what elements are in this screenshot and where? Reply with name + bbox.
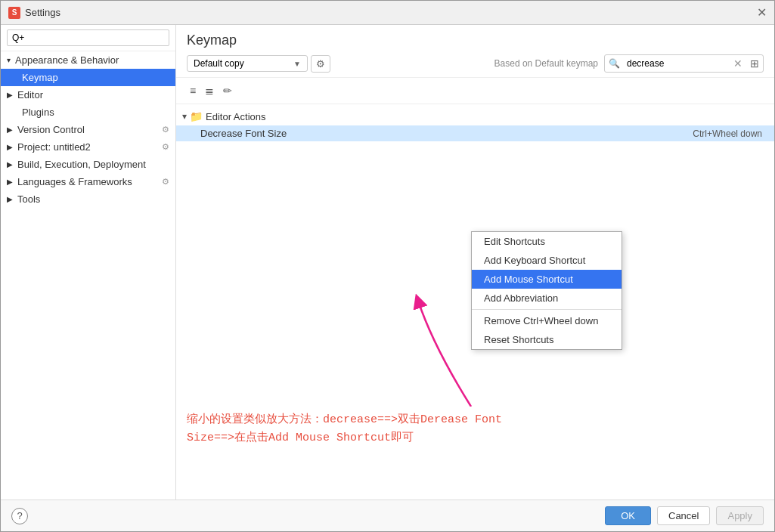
row-shortcut: Ctrl+Wheel down [693, 128, 762, 139]
main-header: Keymap Default copy ▼ ⚙ Based on Default… [176, 25, 774, 78]
main-panel: Keymap Default copy ▼ ⚙ Based on Default… [176, 25, 774, 500]
content-area: ▾ Appearance & Behavior Keymap ▶ Editor … [1, 25, 774, 500]
title-bar: S Settings ✕ [1, 1, 774, 25]
sidebar-item-version-control[interactable]: ▶ Version Control ⚙ [1, 121, 175, 138]
settings-window: S Settings ✕ ▾ Appearance & Behavior Key… [0, 0, 775, 532]
context-reset-shortcuts[interactable]: Reset Shortcuts [472, 330, 622, 349]
toolbar-row: Default copy ▼ ⚙ Based on Default keymap… [187, 54, 764, 73]
cancel-button[interactable]: Cancel [657, 506, 710, 525]
search-icon: 🔍 [605, 56, 624, 71]
arrow-icon: ▶ [7, 178, 13, 186]
page-title: Keymap [187, 32, 764, 48]
close-button[interactable]: ✕ [757, 5, 767, 20]
gear-button[interactable]: ⚙ [311, 55, 330, 73]
keymap-tree: ▾ 📁 Editor Actions Decrease Font Size Ct… [176, 104, 774, 500]
lang-icon: ⚙ [162, 177, 169, 187]
sidebar-item-label: Project: untitled2 [17, 141, 91, 153]
window-title: Settings [25, 7, 60, 18]
clear-search-icon[interactable]: ✕ [730, 55, 746, 72]
toolbar-left: Default copy ▼ ⚙ [187, 55, 330, 73]
bottom-bar: ? OK Cancel Apply [1, 500, 774, 531]
sidebar-item-editor[interactable]: ▶ Editor [1, 86, 175, 104]
editor-actions-section[interactable]: ▾ 📁 Editor Actions [176, 107, 774, 125]
help-icon: ? [17, 510, 22, 521]
ok-button[interactable]: OK [605, 506, 651, 525]
sidebar-item-label: Keymap [22, 72, 58, 83]
vc-icon: ⚙ [162, 125, 169, 135]
chevron-down-icon: ▼ [293, 60, 301, 68]
action-toolbar: ≡ ≣ ✏ [176, 78, 774, 104]
sidebar-item-tools[interactable]: ▶ Tools [1, 190, 175, 208]
bottom-right: OK Cancel Apply [605, 506, 764, 525]
context-edit-shortcuts[interactable]: Edit Shortcuts [472, 232, 622, 251]
apply-button[interactable]: Apply [716, 506, 764, 525]
app-icon: S [8, 7, 20, 19]
expand-all-button[interactable]: ≡ [187, 82, 199, 99]
arrow-icon: ▶ [7, 143, 13, 151]
sidebar-item-project[interactable]: ▶ Project: untitled2 ⚙ [1, 138, 175, 156]
project-icon: ⚙ [162, 142, 169, 152]
help-button[interactable]: ? [11, 508, 28, 524]
sidebar-item-label: Appearance & Behavior [15, 54, 119, 66]
sidebar-item-label: Languages & Frameworks [17, 176, 132, 187]
arrow-icon: ▶ [7, 195, 13, 203]
sidebar-item-build[interactable]: ▶ Build, Execution, Deployment [1, 156, 175, 173]
collapse-icon: ▾ [182, 111, 187, 122]
context-add-abbreviation[interactable]: Add Abbreviation [472, 289, 622, 308]
search-options-icon[interactable]: ⊞ [746, 55, 763, 72]
dropdown-value: Default copy [194, 58, 244, 69]
decrease-font-row[interactable]: Decrease Font Size Ctrl+Wheel down [176, 125, 774, 141]
sidebar-item-label: Editor [17, 89, 43, 101]
sidebar-search-area [1, 25, 175, 51]
arrow-icon: ▾ [7, 56, 11, 64]
row-label: Decrease Font Size [200, 128, 693, 139]
keymap-search-input[interactable] [624, 56, 730, 71]
sidebar-item-label: Build, Execution, Deployment [17, 159, 146, 170]
sidebar-item-label: Plugins [22, 107, 54, 118]
context-add-mouse[interactable]: Add Mouse Shortcut [472, 270, 622, 289]
collapse-all-button[interactable]: ≣ [202, 82, 217, 99]
sidebar-item-plugins[interactable]: Plugins [1, 104, 175, 121]
sidebar-item-appearance[interactable]: ▾ Appearance & Behavior [1, 51, 175, 69]
annotation-area: 缩小的设置类似放大方法：decrease==>双击Derease Font Si… [176, 399, 774, 459]
title-bar-left: S Settings [8, 7, 60, 19]
annotation-line2: Size==>在点击Add Mouse Shortcut即可 [187, 429, 764, 447]
arrow-icon: ▶ [7, 125, 13, 134]
context-remove-ctrl[interactable]: Remove Ctrl+Wheel down [472, 311, 622, 330]
section-label: Editor Actions [206, 111, 266, 122]
annotation-line1: 缩小的设置类似放大方法：decrease==>双击Derease Font [187, 411, 764, 429]
folder-icon: 📁 [190, 110, 203, 122]
sidebar-item-label: Version Control [17, 124, 85, 135]
context-menu: Edit Shortcuts Add Keyboard Shortcut Add… [471, 231, 622, 350]
bottom-left: ? [11, 508, 28, 524]
sidebar: ▾ Appearance & Behavior Keymap ▶ Editor … [1, 25, 176, 500]
sidebar-item-keymap[interactable]: Keymap [1, 69, 175, 86]
header-right: Based on Default keymap 🔍 ✕ ⊞ [494, 54, 764, 73]
menu-separator [472, 309, 622, 310]
gear-icon: ⚙ [316, 58, 325, 70]
search-box: 🔍 ✕ ⊞ [604, 54, 764, 73]
sidebar-item-languages[interactable]: ▶ Languages & Frameworks ⚙ [1, 173, 175, 190]
arrow-icon: ▶ [7, 160, 13, 169]
edit-button[interactable]: ✏ [220, 82, 235, 99]
based-on-label: Based on Default keymap [494, 58, 598, 69]
sidebar-search-input[interactable] [7, 29, 169, 46]
keymap-dropdown[interactable]: Default copy ▼ [187, 55, 308, 72]
context-add-keyboard[interactable]: Add Keyboard Shortcut [472, 251, 622, 270]
arrow-icon: ▶ [7, 91, 13, 99]
sidebar-item-label: Tools [17, 193, 40, 205]
